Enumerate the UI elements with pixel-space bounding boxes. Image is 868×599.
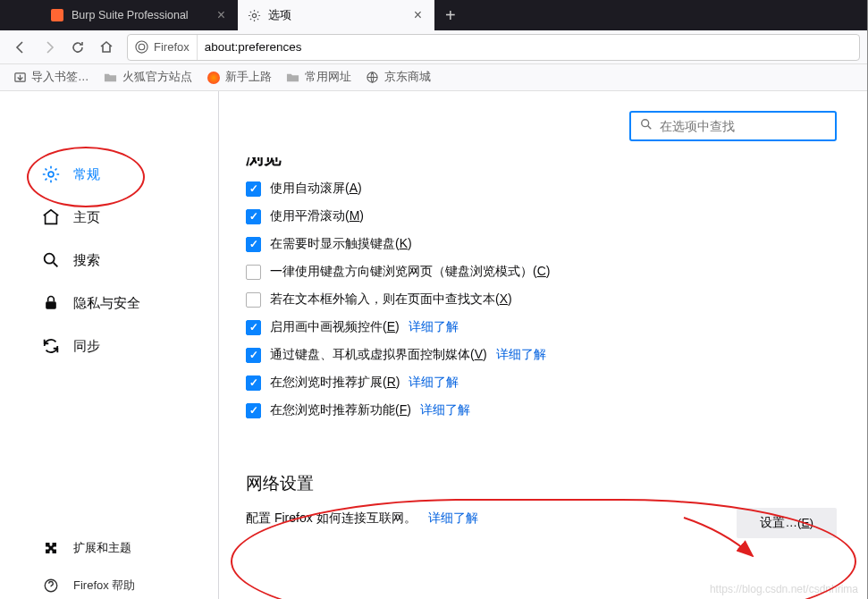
help-icon xyxy=(41,576,61,595)
bookmark-label: 常用网址 xyxy=(305,70,351,85)
folder-icon xyxy=(104,71,118,85)
tab-title: Burp Suite Professional xyxy=(72,9,189,21)
new-tab-button[interactable]: + xyxy=(434,5,467,26)
sidebar-item-privacy[interactable]: 隐私与安全 xyxy=(0,284,218,322)
firefox-icon xyxy=(206,71,221,85)
checkbox-row: 使用自动滚屏(A) xyxy=(246,181,837,197)
checkbox[interactable] xyxy=(246,348,261,363)
checkbox-row: 通过键盘、耳机或虚拟界面控制媒体(V)详细了解 xyxy=(246,347,837,363)
bookmark-firefox-official[interactable]: 火狐官方站点 xyxy=(98,67,198,88)
svg-rect-7 xyxy=(46,301,56,308)
tab-burp[interactable]: Burp Suite Professional × xyxy=(41,0,238,30)
svg-point-1 xyxy=(136,41,147,53)
sidebar-item-sync[interactable]: 同步 xyxy=(0,327,218,365)
svg-point-0 xyxy=(252,13,256,17)
identity-box[interactable]: Firefox xyxy=(128,35,198,60)
svg-point-2 xyxy=(139,44,145,50)
learn-more-link[interactable]: 详细了解 xyxy=(409,319,459,335)
gear-icon xyxy=(247,8,261,22)
tab-title: 选项 xyxy=(268,8,291,23)
sidebar-item-search[interactable]: 搜索 xyxy=(0,241,218,279)
search-input[interactable] xyxy=(660,119,826,133)
network-settings-button[interactable]: 设置…(E) xyxy=(737,508,837,538)
svg-point-6 xyxy=(45,254,55,264)
checkbox-row: 在您浏览时推荐新功能(F)详细了解 xyxy=(246,402,837,418)
reload-button[interactable] xyxy=(64,34,91,61)
checkbox[interactable] xyxy=(246,320,261,335)
bookmark-getting-started[interactable]: 新手上路 xyxy=(201,67,277,88)
import-bookmarks-button[interactable]: 导入书签… xyxy=(7,67,95,88)
checkbox-label[interactable]: 在需要时显示触摸键盘(K) xyxy=(270,236,412,252)
back-button[interactable] xyxy=(7,34,34,61)
preferences-search-box[interactable] xyxy=(629,111,837,141)
home-icon xyxy=(41,207,61,227)
checkbox-row: 若在文本框外输入，则在页面中查找文本(X) xyxy=(246,291,837,308)
checkbox-row: 在需要时显示触摸键盘(K) xyxy=(246,236,837,252)
sidebar-item-addons[interactable]: 扩展和主题 xyxy=(0,529,218,567)
bookmark-common-urls[interactable]: 常用网址 xyxy=(281,67,357,88)
sidebar-item-home[interactable]: 主页 xyxy=(0,198,218,236)
section-title-network: 网络设置 xyxy=(246,472,837,495)
sidebar-item-help[interactable]: Firefox 帮助 xyxy=(0,567,218,599)
checkbox-label[interactable]: 在您浏览时推荐新功能(F) xyxy=(270,402,411,418)
bookmark-jd[interactable]: 京东商城 xyxy=(360,67,436,88)
forward-button[interactable] xyxy=(36,34,63,61)
checkbox-label[interactable]: 使用自动滚屏(A) xyxy=(270,181,362,197)
bookmark-label: 新手上路 xyxy=(225,70,272,85)
tab-bar: Burp Suite Professional × 选项 × + xyxy=(0,0,867,30)
checkbox-label[interactable]: 若在文本框外输入，则在页面中查找文本(X) xyxy=(270,291,512,308)
folder-icon xyxy=(286,71,300,85)
bookmarks-bar: 导入书签… 火狐官方站点 新手上路 常用网址 京东商城 xyxy=(0,64,867,91)
search-icon xyxy=(640,118,653,134)
lock-icon xyxy=(41,293,61,313)
category-sidebar: 常规 主页 搜索 隐私与安全 同步 扩展和主题 Firefox 帮助 xyxy=(0,91,219,599)
checkbox-row: 启用画中画视频控件(E)详细了解 xyxy=(246,319,837,335)
network-learn-more-link[interactable]: 详细了解 xyxy=(428,510,478,525)
checkbox-label[interactable]: 启用画中画视频控件(E) xyxy=(270,319,400,335)
checkbox[interactable] xyxy=(246,181,261,197)
gear-icon xyxy=(41,165,61,184)
sidebar-item-label: 搜索 xyxy=(73,252,100,269)
sidebar-item-general[interactable]: 常规 xyxy=(0,156,218,193)
url-input[interactable] xyxy=(198,40,859,54)
bookmark-label: 火狐官方站点 xyxy=(122,70,192,85)
checkbox-label[interactable]: 一律使用键盘方向键浏览网页（键盘浏览模式）(C) xyxy=(270,264,550,280)
checkbox[interactable] xyxy=(246,403,261,418)
globe-icon xyxy=(366,71,380,85)
help-label: Firefox 帮助 xyxy=(73,578,135,594)
close-icon[interactable]: × xyxy=(214,7,229,23)
close-icon[interactable]: × xyxy=(410,7,426,23)
learn-more-link[interactable]: 详细了解 xyxy=(420,402,470,418)
network-description: 配置 Firefox 如何连接互联网。 详细了解 xyxy=(246,510,478,527)
checkbox[interactable] xyxy=(246,209,261,224)
import-icon xyxy=(13,71,27,85)
checkbox-row: 在您浏览时推荐扩展(R)详细了解 xyxy=(246,375,837,391)
preferences-content: 常规 主页 搜索 隐私与安全 同步 扩展和主题 Firefox 帮助 xyxy=(0,91,867,599)
checkbox-row: 一律使用键盘方向键浏览网页（键盘浏览模式）(C) xyxy=(246,264,837,280)
checkbox-label[interactable]: 使用平滑滚动(M) xyxy=(270,208,364,224)
section-title-browsing: 浏览 xyxy=(246,157,837,170)
main-panel: 浏览 使用自动滚屏(A)使用平滑滚动(M)在需要时显示触摸键盘(K)一律使用键盘… xyxy=(219,91,867,599)
puzzle-icon xyxy=(41,538,61,558)
url-bar[interactable]: Firefox xyxy=(127,34,860,61)
learn-more-link[interactable]: 详细了解 xyxy=(496,347,546,363)
checkbox[interactable] xyxy=(246,237,261,252)
burp-favicon xyxy=(50,8,64,22)
tab-preferences[interactable]: 选项 × xyxy=(238,0,434,30)
checkbox[interactable] xyxy=(246,375,261,391)
sidebar-item-label: 常规 xyxy=(73,166,100,183)
svg-point-9 xyxy=(642,120,649,127)
sidebar-item-label: 同步 xyxy=(73,338,100,355)
checkbox-label[interactable]: 在您浏览时推荐扩展(R) xyxy=(270,375,400,391)
sync-icon xyxy=(41,336,61,356)
home-button[interactable] xyxy=(93,34,120,61)
import-label: 导入书签… xyxy=(31,70,89,85)
checkbox-label[interactable]: 通过键盘、耳机或虚拟界面控制媒体(V) xyxy=(270,347,487,363)
checkbox[interactable] xyxy=(246,265,261,280)
checkbox-row: 使用平滑滚动(M) xyxy=(246,208,837,224)
identity-label: Firefox xyxy=(154,40,190,54)
learn-more-link[interactable]: 详细了解 xyxy=(409,375,459,391)
svg-point-5 xyxy=(48,172,54,177)
nav-toolbar: Firefox xyxy=(0,30,867,64)
checkbox[interactable] xyxy=(246,292,261,308)
